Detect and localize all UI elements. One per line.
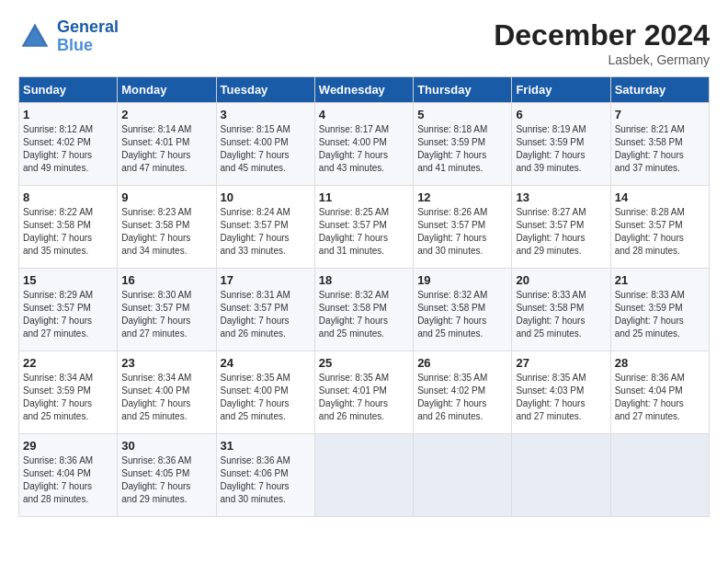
calendar-table: SundayMondayTuesdayWednesdayThursdayFrid… [18, 76, 710, 517]
day-detail: Sunrise: 8:15 AM Sunset: 4:00 PM Dayligh… [221, 123, 311, 175]
day-number: 30 [121, 439, 211, 453]
calendar-week-2: 8Sunrise: 8:22 AM Sunset: 3:58 PM Daylig… [19, 186, 710, 269]
calendar-cell: 23Sunrise: 8:34 AM Sunset: 4:00 PM Dayli… [118, 351, 216, 434]
calendar-cell: 10Sunrise: 8:24 AM Sunset: 3:57 PM Dayli… [216, 186, 314, 269]
weekday-header-row: SundayMondayTuesdayWednesdayThursdayFrid… [19, 77, 710, 103]
calendar-cell: 30Sunrise: 8:36 AM Sunset: 4:05 PM Dayli… [118, 434, 216, 517]
day-detail: Sunrise: 8:31 AM Sunset: 3:57 PM Dayligh… [221, 289, 311, 340]
calendar-body: 1Sunrise: 8:12 AM Sunset: 4:02 PM Daylig… [19, 103, 710, 517]
day-number: 1 [23, 108, 113, 121]
day-number: 19 [417, 273, 507, 287]
day-detail: Sunrise: 8:30 AM Sunset: 3:57 PM Dayligh… [121, 289, 211, 340]
calendar-cell: 19Sunrise: 8:32 AM Sunset: 3:58 PM Dayli… [414, 269, 512, 351]
day-number: 25 [319, 356, 409, 370]
day-detail: Sunrise: 8:25 AM Sunset: 3:57 PM Dayligh… [319, 206, 409, 258]
day-detail: Sunrise: 8:36 AM Sunset: 4:06 PM Dayligh… [221, 454, 311, 506]
logo-text: GeneralBlue [57, 18, 119, 55]
day-number: 9 [121, 190, 211, 204]
day-number: 10 [221, 190, 311, 204]
day-detail: Sunrise: 8:21 AM Sunset: 3:58 PM Dayligh… [615, 123, 705, 175]
day-number: 20 [516, 273, 606, 287]
calendar-cell: 5Sunrise: 8:18 AM Sunset: 3:59 PM Daylig… [414, 103, 512, 186]
weekday-friday: Friday [512, 77, 610, 103]
day-number: 21 [615, 273, 705, 287]
day-detail: Sunrise: 8:36 AM Sunset: 4:04 PM Dayligh… [23, 454, 113, 506]
day-detail: Sunrise: 8:35 AM Sunset: 4:02 PM Dayligh… [417, 372, 507, 423]
day-detail: Sunrise: 8:27 AM Sunset: 3:57 PM Dayligh… [516, 206, 606, 258]
day-number: 31 [221, 439, 311, 453]
day-number: 2 [121, 108, 211, 121]
calendar-cell: 12Sunrise: 8:26 AM Sunset: 3:57 PM Dayli… [414, 186, 512, 269]
calendar-cell: 25Sunrise: 8:35 AM Sunset: 4:01 PM Dayli… [314, 351, 413, 434]
calendar-cell: 3Sunrise: 8:15 AM Sunset: 4:00 PM Daylig… [216, 103, 314, 186]
day-number: 26 [417, 356, 507, 370]
day-detail: Sunrise: 8:32 AM Sunset: 3:58 PM Dayligh… [417, 289, 507, 340]
calendar-cell [314, 434, 413, 517]
calendar-week-5: 29Sunrise: 8:36 AM Sunset: 4:04 PM Dayli… [19, 434, 710, 517]
day-detail: Sunrise: 8:26 AM Sunset: 3:57 PM Dayligh… [417, 206, 507, 258]
calendar-cell: 11Sunrise: 8:25 AM Sunset: 3:57 PM Dayli… [314, 186, 413, 269]
day-number: 7 [615, 108, 705, 121]
calendar-cell: 8Sunrise: 8:22 AM Sunset: 3:58 PM Daylig… [19, 186, 118, 269]
calendar-cell: 26Sunrise: 8:35 AM Sunset: 4:02 PM Dayli… [414, 351, 512, 434]
calendar-cell: 31Sunrise: 8:36 AM Sunset: 4:06 PM Dayli… [216, 434, 314, 517]
calendar-cell: 17Sunrise: 8:31 AM Sunset: 3:57 PM Dayli… [216, 269, 314, 351]
day-number: 24 [221, 356, 311, 370]
calendar-cell: 6Sunrise: 8:19 AM Sunset: 3:59 PM Daylig… [512, 103, 610, 186]
calendar-cell: 27Sunrise: 8:35 AM Sunset: 4:03 PM Dayli… [512, 351, 610, 434]
calendar-cell [414, 434, 512, 517]
calendar-header: SundayMondayTuesdayWednesdayThursdayFrid… [19, 77, 710, 103]
day-detail: Sunrise: 8:14 AM Sunset: 4:01 PM Dayligh… [121, 123, 211, 175]
day-detail: Sunrise: 8:18 AM Sunset: 3:59 PM Dayligh… [417, 123, 507, 175]
calendar-cell: 1Sunrise: 8:12 AM Sunset: 4:02 PM Daylig… [19, 103, 118, 186]
calendar-week-4: 22Sunrise: 8:34 AM Sunset: 3:59 PM Dayli… [19, 351, 710, 434]
day-number: 27 [516, 356, 606, 370]
title-block: December 2024 Lasbek, Germany [494, 18, 710, 67]
weekday-thursday: Thursday [414, 77, 512, 103]
day-detail: Sunrise: 8:36 AM Sunset: 4:04 PM Dayligh… [615, 372, 705, 423]
calendar-cell: 29Sunrise: 8:36 AM Sunset: 4:04 PM Dayli… [19, 434, 118, 517]
calendar-week-1: 1Sunrise: 8:12 AM Sunset: 4:02 PM Daylig… [19, 103, 710, 186]
day-detail: Sunrise: 8:23 AM Sunset: 3:58 PM Dayligh… [121, 206, 211, 258]
day-number: 18 [319, 273, 409, 287]
calendar-cell: 20Sunrise: 8:33 AM Sunset: 3:58 PM Dayli… [512, 269, 610, 351]
calendar-cell: 13Sunrise: 8:27 AM Sunset: 3:57 PM Dayli… [512, 186, 610, 269]
day-number: 14 [615, 190, 705, 204]
day-number: 23 [121, 356, 211, 370]
day-number: 17 [221, 273, 311, 287]
calendar-cell [512, 434, 610, 517]
day-number: 16 [121, 273, 211, 287]
day-number: 22 [23, 356, 113, 370]
day-detail: Sunrise: 8:24 AM Sunset: 3:57 PM Dayligh… [221, 206, 311, 258]
day-detail: Sunrise: 8:12 AM Sunset: 4:02 PM Dayligh… [23, 123, 113, 175]
day-number: 5 [417, 108, 507, 121]
calendar-cell: 7Sunrise: 8:21 AM Sunset: 3:58 PM Daylig… [610, 103, 709, 186]
day-detail: Sunrise: 8:36 AM Sunset: 4:05 PM Dayligh… [121, 454, 211, 506]
day-detail: Sunrise: 8:34 AM Sunset: 4:00 PM Dayligh… [121, 372, 211, 423]
day-detail: Sunrise: 8:32 AM Sunset: 3:58 PM Dayligh… [319, 289, 409, 340]
day-number: 29 [23, 439, 113, 453]
day-detail: Sunrise: 8:33 AM Sunset: 3:59 PM Dayligh… [615, 289, 705, 340]
logo-icon [18, 20, 51, 53]
day-number: 6 [516, 108, 606, 121]
day-detail: Sunrise: 8:35 AM Sunset: 4:01 PM Dayligh… [319, 372, 409, 423]
calendar-cell: 22Sunrise: 8:34 AM Sunset: 3:59 PM Dayli… [19, 351, 118, 434]
weekday-saturday: Saturday [610, 77, 709, 103]
calendar-cell: 24Sunrise: 8:35 AM Sunset: 4:00 PM Dayli… [216, 351, 314, 434]
weekday-tuesday: Tuesday [216, 77, 314, 103]
day-detail: Sunrise: 8:34 AM Sunset: 3:59 PM Dayligh… [23, 372, 113, 423]
calendar-cell: 15Sunrise: 8:29 AM Sunset: 3:57 PM Dayli… [19, 269, 118, 351]
day-number: 28 [615, 356, 705, 370]
calendar-cell: 21Sunrise: 8:33 AM Sunset: 3:59 PM Dayli… [610, 269, 709, 351]
weekday-sunday: Sunday [19, 77, 118, 103]
day-number: 8 [23, 190, 113, 204]
weekday-wednesday: Wednesday [314, 77, 413, 103]
day-number: 13 [516, 190, 606, 204]
day-detail: Sunrise: 8:33 AM Sunset: 3:58 PM Dayligh… [516, 289, 606, 340]
calendar-cell: 2Sunrise: 8:14 AM Sunset: 4:01 PM Daylig… [118, 103, 216, 186]
logo: GeneralBlue [18, 18, 119, 55]
day-number: 12 [417, 190, 507, 204]
day-detail: Sunrise: 8:17 AM Sunset: 4:00 PM Dayligh… [319, 123, 409, 175]
calendar-cell: 28Sunrise: 8:36 AM Sunset: 4:04 PM Dayli… [610, 351, 709, 434]
calendar-cell [610, 434, 709, 517]
